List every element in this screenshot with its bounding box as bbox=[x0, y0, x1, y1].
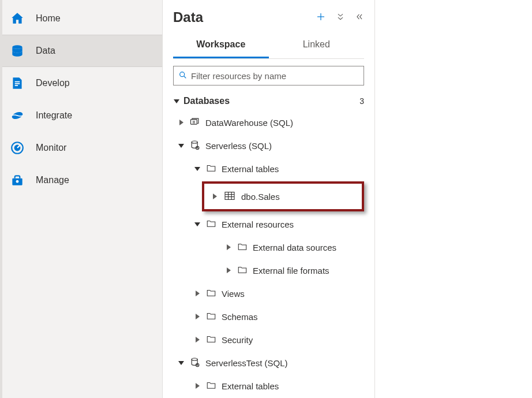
home-icon bbox=[8, 9, 27, 28]
search-input[interactable] bbox=[191, 71, 359, 81]
databases-count: 3 bbox=[359, 96, 364, 106]
folder-icon bbox=[237, 265, 248, 277]
folder-views[interactable]: Views bbox=[173, 282, 364, 305]
sql-db-icon bbox=[189, 139, 201, 152]
databases-section-header[interactable]: Databases 3 bbox=[173, 95, 364, 107]
nav-item-integrate[interactable]: Integrate bbox=[2, 99, 162, 132]
folder-external-data-sources-label: External data sources bbox=[253, 243, 336, 252]
search-icon bbox=[178, 70, 188, 81]
table-icon bbox=[224, 191, 235, 202]
sql-pool-icon bbox=[189, 116, 201, 129]
external-table-dbo-sales[interactable]: dbo.Sales bbox=[202, 181, 364, 211]
caret-right-icon bbox=[178, 119, 185, 126]
folder-security-label: Security bbox=[222, 335, 253, 345]
caret-right-icon bbox=[211, 193, 218, 200]
db-datawarehouse[interactable]: DataWarehouse (SQL) bbox=[173, 111, 364, 134]
folder-icon bbox=[205, 288, 217, 300]
panel-title: Data bbox=[173, 9, 203, 25]
folder-schemas[interactable]: Schemas bbox=[173, 305, 364, 328]
folder-icon bbox=[205, 311, 217, 323]
folder-security[interactable]: Security bbox=[173, 328, 364, 351]
nav-label-data: Data bbox=[36, 46, 55, 56]
nav-item-manage[interactable]: Manage bbox=[2, 164, 162, 196]
caret-down-icon bbox=[178, 142, 185, 149]
data-icon bbox=[8, 42, 27, 60]
tab-linked[interactable]: Linked bbox=[269, 34, 365, 58]
svg-rect-19 bbox=[225, 192, 234, 199]
caret-down-icon bbox=[173, 98, 180, 105]
caret-down-icon bbox=[178, 359, 185, 366]
caret-down-icon bbox=[194, 165, 201, 172]
table-dbo-sales-label: dbo.Sales bbox=[241, 192, 280, 202]
svg-point-17 bbox=[192, 141, 197, 143]
nav-label-monitor: Monitor bbox=[36, 143, 66, 153]
data-panel: Data Workspace Linked Databases 3 bbox=[163, 0, 375, 398]
folder-icon bbox=[205, 163, 217, 175]
nav-item-monitor[interactable]: Monitor bbox=[2, 132, 162, 164]
caret-down-icon bbox=[194, 221, 201, 228]
folder-views-label: Views bbox=[222, 289, 245, 299]
folder-icon bbox=[205, 334, 217, 346]
tab-workspace[interactable]: Workspace bbox=[173, 34, 269, 58]
nav-item-develop[interactable]: Develop bbox=[2, 67, 162, 99]
panel-tabs: Workspace Linked bbox=[173, 34, 364, 59]
panel-actions bbox=[316, 12, 364, 24]
panel-header: Data bbox=[173, 9, 364, 25]
svg-point-12 bbox=[180, 72, 185, 76]
db-serverlesstest[interactable]: ServerlessTest (SQL) bbox=[173, 351, 364, 374]
folder-icon bbox=[205, 218, 217, 230]
caret-right-icon bbox=[194, 290, 201, 297]
sql-db-icon bbox=[189, 356, 201, 370]
folder-external-resources-label: External resources bbox=[222, 220, 294, 229]
svg-rect-2 bbox=[15, 83, 20, 84]
folder-external-file-formats[interactable]: External file formats bbox=[173, 259, 364, 282]
monitor-icon bbox=[8, 139, 27, 157]
nav-label-integrate: Integrate bbox=[36, 110, 72, 121]
integrate-icon bbox=[8, 106, 27, 125]
db-serverless[interactable]: Serverless (SQL) bbox=[173, 134, 364, 157]
folder-external-file-formats-label: External file formats bbox=[253, 266, 329, 276]
folder-external-resources[interactable]: External resources bbox=[173, 213, 364, 236]
add-icon[interactable] bbox=[316, 12, 326, 24]
db-datawarehouse-label: DataWarehouse (SQL) bbox=[205, 118, 293, 128]
svg-point-0 bbox=[12, 45, 22, 49]
collapse-panel-icon[interactable] bbox=[355, 13, 364, 23]
nav-label-manage: Manage bbox=[36, 175, 69, 185]
folder-external-tables-label: External tables bbox=[222, 164, 279, 174]
caret-right-icon bbox=[194, 382, 201, 389]
folder-external-tables-2[interactable]: External tables bbox=[173, 374, 364, 397]
left-nav: Home Data Develop Integrate Monitor Mana… bbox=[0, 0, 163, 398]
develop-icon bbox=[8, 74, 27, 92]
svg-rect-3 bbox=[15, 85, 18, 86]
search-box[interactable] bbox=[173, 66, 364, 85]
caret-right-icon bbox=[194, 336, 201, 343]
svg-rect-1 bbox=[15, 81, 20, 83]
folder-external-data-sources[interactable]: External data sources bbox=[173, 236, 364, 259]
caret-right-icon bbox=[225, 267, 232, 274]
folder-external-tables-2-label: External tables bbox=[222, 381, 279, 391]
svg-rect-14 bbox=[191, 119, 197, 124]
folder-icon bbox=[237, 241, 248, 254]
caret-right-icon bbox=[225, 244, 232, 251]
databases-label: Databases bbox=[183, 96, 356, 106]
folder-schemas-label: Schemas bbox=[222, 312, 258, 322]
svg-line-13 bbox=[184, 76, 186, 78]
expand-all-icon[interactable] bbox=[336, 12, 344, 23]
db-serverless-label: Serverless (SQL) bbox=[205, 141, 272, 151]
folder-icon bbox=[205, 380, 217, 392]
nav-label-home: Home bbox=[36, 13, 61, 24]
db-serverlesstest-label: ServerlessTest (SQL) bbox=[205, 358, 288, 368]
nav-item-data[interactable]: Data bbox=[2, 35, 162, 67]
nav-item-home[interactable]: Home bbox=[2, 2, 162, 35]
nav-label-develop: Develop bbox=[36, 78, 70, 88]
manage-icon bbox=[8, 171, 27, 189]
svg-point-24 bbox=[192, 358, 197, 360]
svg-point-9 bbox=[16, 180, 19, 183]
caret-right-icon bbox=[194, 313, 201, 320]
databases-tree: DataWarehouse (SQL) Serverless (SQL) Ext… bbox=[173, 111, 364, 398]
folder-external-tables[interactable]: External tables bbox=[173, 157, 364, 180]
